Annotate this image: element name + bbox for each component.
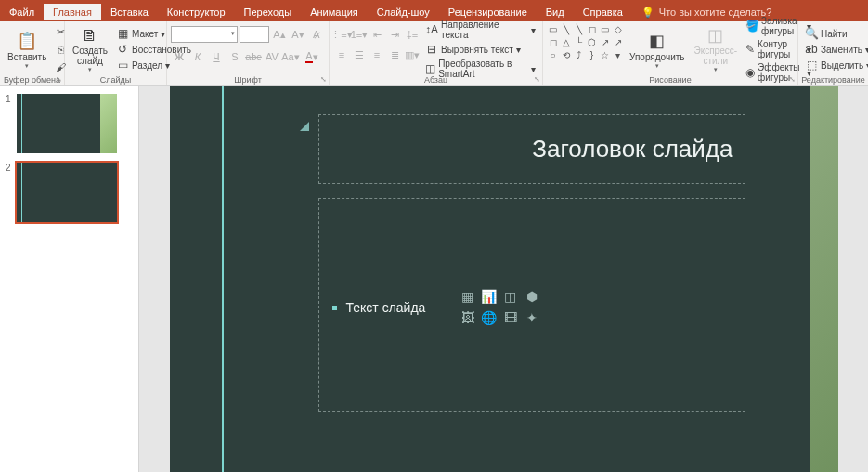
italic-button[interactable]: К	[189, 48, 206, 65]
align-left-button[interactable]: ≡	[333, 46, 350, 63]
paragraph-launcher[interactable]: ⤡	[534, 75, 540, 84]
select-button[interactable]: ⬚Выделить ▾	[802, 58, 868, 72]
group-label-font: Шрифт	[167, 75, 329, 85]
find-button[interactable]: 🔍Найти	[802, 26, 868, 41]
decrease-indent-button[interactable]: ⇤	[369, 26, 385, 43]
content-placeholder-text: Текст слайда	[346, 300, 426, 315]
clipboard-icon: 📋	[16, 30, 38, 52]
bullets-button[interactable]: ⋮≡▾	[333, 26, 350, 43]
font-size-combo[interactable]	[240, 26, 269, 43]
new-slide-icon: 🗎	[79, 25, 101, 46]
underline-button[interactable]: Ч	[208, 48, 225, 65]
group-label-drawing: Рисование	[543, 75, 797, 85]
slide-thumbnail-2[interactable]	[17, 163, 117, 222]
align-center-button[interactable]: ☰	[351, 46, 368, 63]
insert-picture-icon[interactable]: 🖼	[459, 308, 477, 327]
group-label-editing: Редактирование	[798, 75, 868, 85]
insert-smartart-icon[interactable]: ◫	[501, 287, 520, 306]
text-direction-button[interactable]: ↕AНаправление текста ▾	[422, 19, 538, 41]
group-label-slides: Слайды	[65, 75, 166, 85]
theme-gradient	[810, 86, 838, 472]
font-launcher[interactable]: ⤡	[320, 75, 327, 84]
shadow-button[interactable]: S	[227, 48, 243, 65]
title-placeholder-text: Заголовок слайда	[532, 135, 732, 164]
align-text-button[interactable]: ⊟Выровнять текст ▾	[422, 42, 538, 57]
layout-icon: ▦	[116, 27, 129, 40]
insert-online-picture-icon[interactable]: 🌐	[480, 308, 499, 327]
replace-icon: ab	[805, 43, 818, 56]
text-direction-icon: ↕A	[425, 23, 438, 36]
tab-view[interactable]: Вид	[537, 4, 574, 20]
reset-icon: ↺	[116, 43, 129, 56]
font-family-combo[interactable]: ▾	[171, 26, 238, 43]
search-icon: 🔍	[805, 27, 818, 40]
smartart-icon: ◫	[425, 62, 435, 75]
bullet-marker	[332, 306, 337, 310]
insert-video-icon[interactable]: 🎞	[501, 308, 520, 327]
change-case-button[interactable]: Aa▾	[282, 48, 299, 65]
arrange-icon: ◧	[646, 30, 668, 52]
insert-3d-icon[interactable]: ⬢	[523, 287, 541, 306]
paste-button[interactable]: 📋 Вставить ▾	[4, 23, 50, 75]
tab-file[interactable]: Файл	[0, 4, 44, 20]
tab-design[interactable]: Конструктор	[158, 4, 235, 20]
font-color-button[interactable]: A▾	[301, 48, 323, 65]
tab-help[interactable]: Справка	[574, 4, 632, 20]
title-placeholder[interactable]: Заголовок слайда	[318, 114, 745, 184]
group-label-paragraph: Абзац	[330, 75, 542, 85]
numbering-button[interactable]: 1≡▾	[351, 26, 368, 43]
lightbulb-icon: 💡	[641, 7, 654, 19]
tab-animations[interactable]: Анимация	[301, 4, 368, 20]
outline-icon: ✎	[745, 43, 755, 56]
insert-icon-icon[interactable]: ✦	[523, 308, 541, 327]
char-spacing-button[interactable]: AV	[264, 48, 280, 65]
thumb-num: 1	[6, 94, 13, 153]
group-label-clipboard: Буфер обмена	[0, 75, 64, 85]
insert-chart-icon[interactable]: 📊	[480, 287, 499, 306]
new-slide-button[interactable]: 🗎 Создать слайд ▾	[69, 23, 111, 75]
replace-button[interactable]: abЗаменить ▾	[802, 42, 868, 57]
increase-indent-button[interactable]: ⇥	[386, 26, 403, 43]
insert-table-icon[interactable]: ▦	[459, 287, 477, 306]
tab-insert[interactable]: Вставка	[101, 4, 158, 20]
align-right-button[interactable]: ≡	[369, 46, 385, 63]
ribbon: 📋 Вставить ▾ ✂ ⎘ 🖌 Буфер обмена ⤡ 🗎 Созд…	[0, 21, 868, 86]
arrange-button[interactable]: ◧ Упорядочить ▾	[626, 23, 689, 75]
content-placeholder[interactable]: ▦ 📊 ◫ ⬢ 🖼 🌐 🎞 ✦ Текст слайда	[318, 198, 745, 412]
clipboard-launcher[interactable]: ⤡	[56, 75, 62, 84]
columns-button[interactable]: ▥▾	[404, 46, 421, 63]
clear-formatting-button[interactable]: A̷	[308, 26, 325, 43]
section-icon: ▭	[116, 59, 129, 72]
strikethrough-button[interactable]: abc	[245, 48, 262, 65]
tab-transitions[interactable]: Переходы	[235, 4, 302, 20]
content-insert-icons: ▦ 📊 ◫ ⬢ 🖼 🌐 🎞 ✦	[459, 287, 541, 327]
drawing-launcher[interactable]: ⤡	[789, 75, 796, 84]
shrink-font-button[interactable]: A▾	[290, 26, 306, 43]
slide-editor: Заголовок слайда ▦ 📊 ◫ ⬢ 🖼 🌐 🎞 ✦ Текст с…	[139, 86, 868, 472]
align-text-icon: ⊟	[425, 43, 438, 56]
workspace: 1 2 Заголовок слайда ▦ 📊 ◫	[0, 86, 868, 472]
line-spacing-button[interactable]: ‡≡	[404, 26, 421, 43]
shapes-gallery[interactable]: ▭╲╲◻▭◇ ◻△└⬡↗↗ ○⟲⤴}☆▾	[547, 23, 624, 75]
slide-thumbnail-1[interactable]	[17, 94, 117, 153]
tab-home[interactable]: Главная	[44, 4, 101, 20]
grow-font-button[interactable]: A▴	[271, 26, 288, 43]
slide-canvas[interactable]: Заголовок слайда ▦ 📊 ◫ ⬢ 🖼 🌐 🎞 ✦ Текст с…	[170, 86, 838, 472]
theme-accent-line	[222, 86, 224, 472]
bold-button[interactable]: Ж	[171, 48, 188, 65]
quick-styles-icon: ◫	[705, 25, 727, 46]
fill-icon: 🪣	[745, 20, 758, 33]
quick-styles-button[interactable]: ◫ Экспресс-стили ▾	[691, 23, 742, 75]
thumbnails-panel: 1 2	[0, 86, 139, 472]
select-icon: ⬚	[805, 59, 818, 72]
theme-corner-accent	[300, 122, 309, 131]
justify-button[interactable]: ≣	[386, 46, 403, 63]
thumb-num: 2	[6, 163, 13, 222]
